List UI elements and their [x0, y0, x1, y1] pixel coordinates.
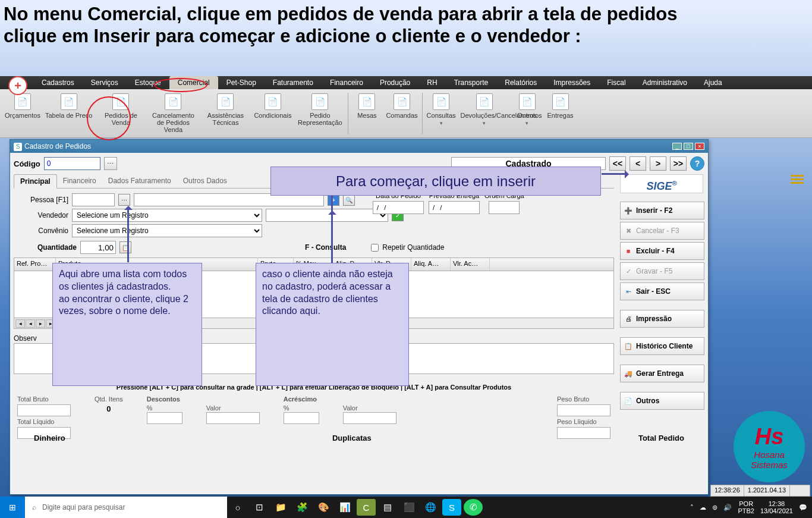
vendedor-select[interactable]: Selecione um Registro: [72, 209, 262, 222]
excluir-button[interactable]: ■Excluir - F4: [620, 242, 704, 260]
tab-principal[interactable]: Principal: [14, 174, 57, 189]
window-title: SCadastro de Pedidos: [14, 142, 91, 151]
menu-ajuda[interactable]: Ajuda: [695, 76, 731, 89]
acr-valor-box[interactable]: [343, 412, 396, 424]
menu-impressões[interactable]: Impressões: [545, 76, 599, 89]
quantidade-input[interactable]: [80, 241, 116, 254]
tray-sound-icon[interactable]: 🔊: [723, 504, 732, 511]
ribbon-mesas[interactable]: 📄Mesas: [350, 92, 383, 136]
app-container: CadastrosServiçosEstoqueComercialPet-Sho…: [0, 76, 812, 138]
app2-icon[interactable]: 📊: [335, 499, 354, 516]
app-icon[interactable]: 🧩: [292, 499, 311, 516]
ribbon-tabela-de-pre-o[interactable]: 📄Tabela de Preço: [43, 92, 95, 136]
start-button[interactable]: ⊞: [0, 497, 25, 518]
ribbon-or-amentos[interactable]: 📄Orçamentos: [2, 92, 43, 136]
acr-pct-box[interactable]: [284, 412, 319, 424]
menu-estoque[interactable]: Estoque: [127, 76, 169, 89]
close-button[interactable]: ×: [695, 143, 704, 150]
instruction-text: No menu Comercial, clique em pedidos de …: [4, 4, 678, 47]
cancelar-button[interactable]: ✖Cancelar - F3: [620, 222, 704, 240]
grid-col[interactable]: Vlr. Ac…: [451, 258, 490, 271]
data-pedido-input[interactable]: [373, 201, 424, 214]
menu-faturamento[interactable]: Faturamento: [265, 76, 322, 89]
cortana-icon[interactable]: ○: [228, 499, 247, 516]
menu-relatórios[interactable]: Relatórios: [496, 76, 545, 89]
ribbon-pedido-representa-o[interactable]: 📄Pedido Representação: [294, 92, 346, 136]
nav-next-button[interactable]: >: [650, 156, 666, 171]
desc-pct-box[interactable]: [147, 412, 182, 424]
gravar-button[interactable]: ✓Gravar - F5: [620, 262, 704, 280]
ribbon-cancelamento-de-pedidos-venda[interactable]: 📄Cancelamento de Pedidos Venda: [147, 92, 199, 136]
menu-comercial[interactable]: Comercial: [169, 76, 218, 89]
quantidade-icon[interactable]: 📋: [119, 241, 131, 253]
menu-cadastros[interactable]: Cadastros: [33, 76, 83, 89]
peso-bruto-box: [557, 404, 610, 416]
tray-up-icon[interactable]: ˄: [690, 504, 694, 511]
camtasia-icon[interactable]: C: [357, 499, 376, 516]
previsao-input[interactable]: [429, 201, 480, 214]
minimize-button[interactable]: _: [672, 143, 682, 150]
grid-nav-btn[interactable]: ◂: [15, 319, 25, 328]
menu-administrativo[interactable]: Administrativo: [634, 76, 695, 89]
convenio-select[interactable]: Selecione um Registro: [72, 224, 262, 237]
qtd-itens-label: Qtd. Itens: [95, 395, 123, 403]
menu-fiscal[interactable]: Fiscal: [599, 76, 634, 89]
codigo-lookup-button[interactable]: ⋯: [104, 157, 117, 170]
ribbon-entregas[interactable]: 📄Entregas: [544, 92, 577, 136]
app3-icon[interactable]: ▤: [378, 499, 397, 516]
tab-outros-dados[interactable]: Outros Dados: [177, 174, 233, 188]
menu-rh[interactable]: RH: [418, 76, 445, 89]
menu-serviços[interactable]: Serviços: [83, 76, 127, 89]
chrome-icon[interactable]: 🌐: [421, 499, 440, 516]
search-box[interactable]: ⌕Digite aqui para pesquisar: [25, 497, 227, 518]
ribbon-assist-ncias-t-cnicas[interactable]: 📄Assistências Técnicas: [199, 92, 251, 136]
tray-wifi-icon[interactable]: ⊚: [712, 504, 717, 511]
ribbon-consultas[interactable]: 📄Consultas▾: [424, 92, 458, 136]
hamburger-icon[interactable]: [791, 175, 804, 184]
grid-nav-btn[interactable]: ▸: [36, 319, 45, 328]
nav-first-button[interactable]: <<: [609, 156, 626, 171]
ordem-input[interactable]: [489, 201, 520, 214]
tab-financeiro[interactable]: Financeiro: [57, 174, 102, 188]
grid-col[interactable]: Ref. Pro…: [14, 258, 56, 271]
grid-col[interactable]: Aliq. A…: [411, 258, 451, 271]
skype-icon[interactable]: S: [442, 499, 461, 516]
inserir-button[interactable]: ➕Inserir - F2: [620, 202, 704, 219]
menu-financeiro[interactable]: Financeiro: [322, 76, 372, 89]
search-icon: ⌕: [32, 503, 36, 511]
ribbon-condicionais[interactable]: 📄Condicionais: [251, 92, 294, 136]
impressao-button[interactable]: 🖨Impressão: [620, 310, 704, 328]
ribbon-outros[interactable]: 📄Outros▾: [511, 92, 544, 136]
historico-button[interactable]: 📋Histórico Cliente: [620, 337, 704, 355]
nav-prev-button[interactable]: <: [630, 156, 646, 171]
tab-dados-faturamento[interactable]: Dados Faturamento: [102, 174, 177, 188]
help-button[interactable]: ?: [690, 156, 704, 171]
outros-button[interactable]: 📄Outros: [620, 392, 704, 410]
desc-valor-box[interactable]: [206, 412, 260, 424]
menu-pet-shop[interactable]: Pet-Shop: [218, 76, 265, 89]
taskview-icon[interactable]: ⊡: [250, 499, 269, 516]
menu-produção[interactable]: Produção: [372, 76, 418, 89]
ribbon-devolu-es-cancelamentos[interactable]: 📄Devoluções/Cancelamentos▾: [458, 92, 511, 136]
sair-button[interactable]: ⇤Sair - ESC: [620, 282, 704, 300]
gerar-entrega-button[interactable]: 🚚Gerar Entrega: [620, 365, 704, 382]
app4-icon[interactable]: ⬛: [399, 499, 418, 516]
tray-notif-icon[interactable]: 💬: [799, 504, 807, 511]
whatsapp-icon[interactable]: ✆: [464, 499, 483, 516]
vendedor-select2[interactable]: [266, 209, 388, 222]
arrow-c2: [331, 212, 333, 263]
ribbon-pedidos-de-venda[interactable]: 📄Pedidos de Venda: [95, 92, 147, 136]
nav-last-button[interactable]: >>: [670, 156, 687, 171]
explorer-icon[interactable]: 📁: [271, 499, 290, 516]
menu-transporte[interactable]: Transporte: [446, 76, 497, 89]
repetir-checkbox[interactable]: [371, 244, 379, 252]
codigo-input[interactable]: [44, 157, 100, 170]
total-bruto-label: Total Bruto: [17, 395, 71, 403]
tray-cloud-icon[interactable]: ☁: [700, 504, 706, 511]
ribbon-comandas[interactable]: 📄Comandas: [383, 92, 420, 136]
pessoa-code-input[interactable]: [72, 193, 115, 206]
peso-bruto-label: Peso Bruto: [557, 395, 610, 403]
grid-nav-btn[interactable]: ◂: [26, 319, 35, 328]
maximize-button[interactable]: □: [684, 143, 693, 150]
paint-icon[interactable]: 🎨: [314, 499, 333, 516]
